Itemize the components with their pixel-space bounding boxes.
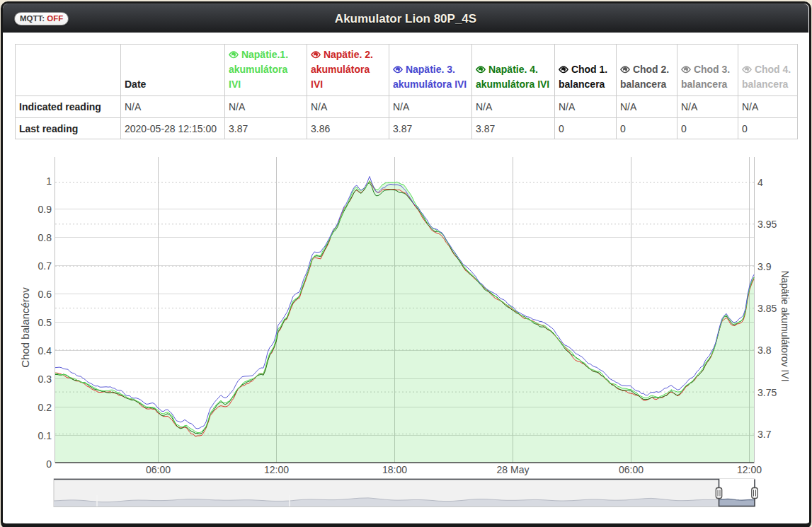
svg-text:1: 1 — [46, 175, 52, 187]
svg-text:3.8: 3.8 — [757, 344, 772, 356]
svg-text:0.3: 0.3 — [38, 373, 52, 385]
svg-text:12:00: 12:00 — [264, 464, 289, 475]
svg-text:Chod balancérov: Chod balancérov — [19, 287, 31, 368]
svg-text:0.1: 0.1 — [38, 430, 52, 441]
svg-text:3.7: 3.7 — [757, 429, 772, 440]
svg-text:0.7: 0.7 — [38, 260, 52, 272]
svg-text:0.4: 0.4 — [38, 345, 52, 357]
svg-text:3.75: 3.75 — [757, 387, 777, 398]
svg-text:Napätie akumulátorov IVI: Napätie akumulátorov IVI — [779, 270, 791, 381]
svg-text:0.5: 0.5 — [38, 317, 52, 328]
svg-text:0.2: 0.2 — [38, 402, 52, 413]
svg-text:18:00: 18:00 — [382, 464, 407, 475]
svg-text:0.9: 0.9 — [38, 204, 52, 215]
svg-text:0.8: 0.8 — [38, 232, 52, 243]
svg-text:4: 4 — [757, 177, 763, 188]
svg-text:06:00: 06:00 — [619, 464, 644, 475]
svg-text:0: 0 — [46, 458, 52, 470]
svg-text:3.85: 3.85 — [757, 303, 777, 314]
svg-text:28 May: 28 May — [497, 464, 530, 475]
svg-text:0.6: 0.6 — [38, 289, 52, 300]
svg-text:3.95: 3.95 — [757, 219, 777, 230]
svg-text:06:00: 06:00 — [146, 464, 171, 475]
svg-text:3.9: 3.9 — [757, 261, 772, 272]
svg-text:12:00: 12:00 — [737, 464, 762, 475]
